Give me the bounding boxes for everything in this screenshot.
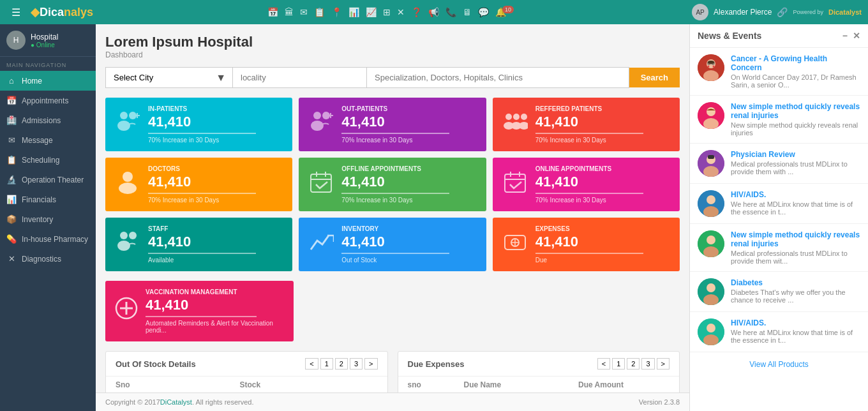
svg-rect-50: [708, 155, 714, 159]
news-avatar-7: [698, 318, 724, 345]
sidebar-item-inventory[interactable]: 📦 Inventory: [0, 209, 96, 229]
main-content: Lorem Ipsum Hospital Dashboard Select Ci…: [96, 24, 689, 411]
footer-brand-link[interactable]: DiCatalyst: [160, 398, 192, 406]
view-all-link[interactable]: View All Products: [690, 352, 868, 377]
sidebar-item-admissions-label: Admissions: [22, 116, 61, 125]
stat-card-offline-appointments[interactable]: OFFLINE APPOINTMENTS 41,410 70% Increase…: [299, 158, 486, 211]
map-icon[interactable]: 📍: [331, 7, 342, 17]
stat-card-out-patients[interactable]: OUT-PATIENTS 41,410 70% Increase in 30 D…: [299, 98, 486, 151]
svg-point-15: [519, 122, 528, 130]
times-icon[interactable]: ✕: [397, 7, 405, 17]
news-minimize-icon[interactable]: −: [842, 31, 848, 41]
stat-card-referred[interactable]: REFFERED PATIENTS 41,410 70% Increase in…: [493, 98, 680, 151]
sidebar-item-diagnostics-label: Diagnostics: [22, 255, 61, 264]
notif-count: 10: [502, 6, 514, 13]
sidebar-item-operation-theater[interactable]: 🔬 Operation Theater: [0, 170, 96, 190]
chat-icon[interactable]: 💬: [478, 7, 489, 17]
svg-point-61: [707, 324, 715, 333]
news-title-1: Cancer - A Growing Health Concern: [731, 54, 860, 72]
news-item-4[interactable]: HIV/AIDS. We here at MDLinx know that ti…: [690, 184, 868, 224]
page-2-btn[interactable]: 2: [335, 358, 348, 370]
due-expenses-header: Due Expenses < 1 2 3 >: [398, 352, 680, 377]
news-item-3[interactable]: Physician Review Medical professionals t…: [690, 144, 868, 184]
due-page-prev-btn[interactable]: <: [597, 358, 610, 370]
sidebar-item-home[interactable]: ⌂ Home: [0, 71, 96, 91]
email-icon[interactable]: ✉: [300, 7, 308, 17]
svg-point-12: [513, 114, 520, 120]
building-icon[interactable]: 🏛: [285, 7, 294, 17]
expenses-value: 41,410: [535, 234, 670, 250]
sidebar-item-message[interactable]: ✉ Message: [0, 130, 96, 150]
question-icon[interactable]: ❓: [411, 7, 422, 17]
share-icon[interactable]: 🔗: [777, 7, 788, 17]
due-page-1-btn[interactable]: 1: [612, 358, 625, 370]
expenses-label: EXPENSES: [535, 225, 670, 232]
home-icon: ⌂: [6, 76, 17, 86]
city-select[interactable]: Select City: [106, 68, 232, 87]
news-item-6[interactable]: Diabetes Diabetes That's why we offer yo…: [690, 272, 868, 312]
news-preview-3: Medical professionals trust MDLinx to pr…: [731, 160, 860, 176]
sidebar-item-pharmacy[interactable]: 💊 In-house Pharmacy: [0, 229, 96, 249]
tasks-icon[interactable]: 📋: [314, 7, 325, 17]
stat-card-in-patients[interactable]: IN-PATIENTS 41,410 70% Increase in 30 Da…: [105, 98, 292, 151]
vaccination-bar: [146, 316, 257, 317]
stats-grid: IN-PATIENTS 41,410 70% Increase in 30 Da…: [105, 98, 680, 271]
news-close-icon[interactable]: ✕: [853, 31, 860, 41]
sidebar-item-admissions[interactable]: 🏥 Admissions: [0, 110, 96, 130]
sidebar-item-operation-label: Operation Theater: [22, 176, 84, 184]
sidebar-item-diagnostics[interactable]: ✕ Diagnostics: [0, 249, 96, 269]
chart-bar-icon[interactable]: 📊: [348, 7, 359, 17]
calendar-icon[interactable]: 📅: [267, 7, 278, 17]
page-prev-btn[interactable]: <: [305, 358, 318, 370]
svg-point-14: [521, 114, 527, 120]
locality-input[interactable]: [233, 67, 367, 88]
menu-icon[interactable]: ☰: [6, 6, 26, 19]
sidebar-item-scheduling[interactable]: 📋 Scheduling: [0, 150, 96, 170]
stat-card-online-appointments[interactable]: ONLINE APPOINTMENTS 41,410 70% Increase …: [493, 158, 680, 211]
topbar-icons: 📅 🏛 ✉ 📋 📍 📊 📈 ⊞ ✕ ❓ 📢 📞 🖥 💬 🔔10: [267, 7, 518, 17]
grid-icon[interactable]: ⊞: [383, 7, 391, 17]
due-page-3-btn[interactable]: 3: [641, 358, 654, 370]
offline-appointments-value: 41,410: [341, 174, 476, 190]
stat-card-inventory[interactable]: INVENTORY 41,410 Out of Stock: [299, 218, 486, 271]
news-preview-4: We here at MDLinx know that time is of t…: [731, 200, 860, 216]
stat-card-expenses[interactable]: EXPENSES 41,410 Due: [493, 218, 680, 271]
doctors-icon: [115, 169, 140, 200]
due-page-2-btn[interactable]: 2: [627, 358, 640, 370]
stat-card-vaccination[interactable]: VACCINATION MANAGEMENT 41,410 Automated …: [105, 281, 294, 341]
sidebar-item-appointments[interactable]: 📅 Appointments: [0, 91, 96, 110]
in-patients-icon: [115, 109, 140, 140]
in-patients-bar: [148, 133, 256, 134]
online-appointments-sub: 70% Increase in 30 Days: [535, 197, 670, 204]
news-item-7[interactable]: HIV/AIDS. We here at MDLinx know that ti…: [690, 312, 868, 352]
offline-appointments-bar: [341, 193, 449, 194]
news-item-2[interactable]: New simple method quickly reveals renal …: [690, 96, 868, 144]
desktop-icon[interactable]: 🖥: [463, 7, 472, 17]
stat-card-doctors[interactable]: DOCTORS 41,410 70% Increase in 30 Days: [105, 158, 292, 211]
megaphone-icon[interactable]: 📢: [428, 7, 439, 17]
news-item-5[interactable]: New simple method quickly reveals renal …: [690, 224, 868, 272]
search-button[interactable]: Search: [629, 68, 680, 87]
page-1-btn[interactable]: 1: [320, 358, 333, 370]
phone-icon[interactable]: 📞: [445, 7, 456, 17]
due-page-next-btn[interactable]: >: [657, 358, 670, 370]
out-patients-icon: [308, 109, 334, 140]
out-of-stock-pagination: < 1 2 3 >: [305, 358, 377, 370]
svg-point-10: [505, 114, 512, 120]
breadcrumb: Dashboard: [105, 50, 680, 59]
vaccination-icon: [115, 297, 138, 325]
svg-point-52: [707, 195, 715, 204]
inventory-icon: [308, 229, 334, 260]
chart-line-icon[interactable]: 📈: [366, 7, 377, 17]
sidebar-item-financials[interactable]: 📊 Financials: [0, 190, 96, 209]
inventory-bar: [341, 253, 449, 254]
news-item-1[interactable]: Cancer - A Growing Health Concern On Wor…: [690, 48, 868, 96]
svg-point-5: [313, 112, 321, 119]
page-3-btn[interactable]: 3: [350, 358, 363, 370]
page-next-btn[interactable]: >: [364, 358, 377, 370]
stat-card-staff[interactable]: STAFF 41,410 Available: [105, 218, 292, 271]
bell-icon[interactable]: 🔔10: [495, 7, 518, 17]
financials-icon: 📊: [6, 195, 17, 204]
news-panel: News & Events − ✕ Cancer - A Growing Hea…: [689, 24, 868, 411]
search-input[interactable]: [367, 67, 629, 88]
